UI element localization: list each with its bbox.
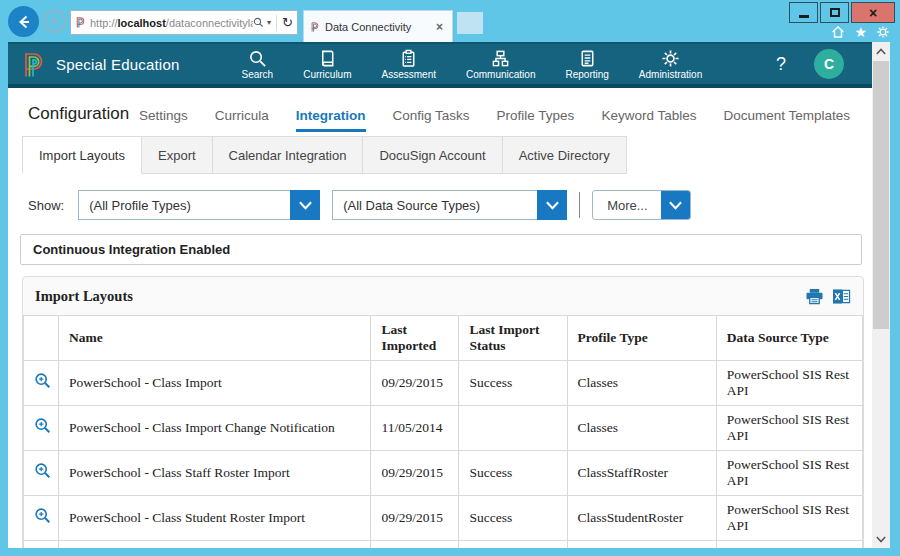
header-last-import-status: Last Import Status bbox=[459, 316, 567, 361]
maximize-button[interactable] bbox=[820, 2, 849, 23]
search-icon bbox=[248, 49, 267, 68]
scroll-up-button[interactable] bbox=[872, 42, 890, 60]
url-dropdown-caret-icon[interactable]: ▾ bbox=[267, 18, 271, 27]
window-controls: × bbox=[787, 2, 895, 23]
view-magnifier-icon[interactable] bbox=[34, 372, 52, 390]
app-title: Special Education bbox=[56, 56, 179, 73]
view-magnifier-icon[interactable] bbox=[34, 462, 52, 480]
cell-data-source-type: PowerSchool SIS Rest API bbox=[716, 541, 862, 549]
data-source-type-select[interactable]: (All Data Source Types) bbox=[332, 190, 567, 220]
tab-config-tasks[interactable]: Config Tasks bbox=[393, 108, 470, 132]
panel-actions bbox=[805, 288, 851, 305]
scrollbar-thumb[interactable] bbox=[873, 61, 889, 329]
cell-last-imported: 09/29/2015 bbox=[371, 451, 459, 496]
tab-settings[interactable]: Settings bbox=[139, 108, 188, 132]
nav-item-curriculum[interactable]: Curriculum bbox=[303, 49, 351, 80]
import-layouts-table: Name Last Imported Last Import Status Pr… bbox=[23, 315, 863, 548]
tab-integration[interactable]: Integration bbox=[296, 108, 366, 132]
cell-last-import-status bbox=[459, 406, 567, 451]
browser-forward-button[interactable] bbox=[43, 10, 66, 33]
chevron-down-icon[interactable] bbox=[661, 190, 691, 220]
back-arrow-icon bbox=[16, 14, 32, 30]
excel-export-icon[interactable] bbox=[832, 288, 851, 305]
nav-item-administration[interactable]: Administration bbox=[639, 49, 702, 80]
subtab-docusign-account[interactable]: DocuSign Account bbox=[363, 136, 502, 174]
settings-gear-icon[interactable] bbox=[876, 25, 890, 39]
new-tab-button[interactable] bbox=[457, 12, 483, 34]
nav-item-assessment[interactable]: Assessment bbox=[382, 49, 436, 80]
browser-back-button[interactable] bbox=[8, 6, 39, 37]
panel-title: Import Layouts bbox=[35, 288, 133, 305]
subtab-calendar-integration[interactable]: Calendar Integration bbox=[213, 136, 364, 174]
tab-curricula[interactable]: Curricula bbox=[215, 108, 269, 132]
tab-keyword-tables[interactable]: Keyword Tables bbox=[601, 108, 696, 132]
scroll-down-button[interactable] bbox=[872, 530, 890, 548]
browser-viewport: Special Education Search Curriculum Asse… bbox=[8, 42, 890, 548]
minimize-icon bbox=[799, 15, 809, 18]
cell-last-import-status: Success bbox=[459, 496, 567, 541]
chevron-down-icon[interactable] bbox=[290, 190, 320, 220]
favorites-star-icon[interactable]: ★ bbox=[854, 24, 867, 40]
filter-divider bbox=[579, 192, 580, 218]
profile-type-select[interactable]: (All Profile Types) bbox=[78, 190, 320, 220]
cell-name: PowerSchool - Class Import bbox=[59, 361, 371, 406]
header-last-imported: Last Imported bbox=[371, 316, 459, 361]
table-header-row: Name Last Imported Last Import Status Pr… bbox=[24, 316, 863, 361]
table-row: PowerSchool - Class Import 09/29/2015 Su… bbox=[24, 361, 863, 406]
tab-profile-types[interactable]: Profile Types bbox=[497, 108, 575, 132]
cell-profile-type bbox=[567, 541, 716, 549]
browser-titlebar: http://localhost/dataconnectivitylay ▾ ↻… bbox=[0, 0, 900, 42]
page-scrollbar[interactable] bbox=[872, 42, 890, 548]
browser-window: http://localhost/dataconnectivitylay ▾ ↻… bbox=[0, 0, 900, 556]
tab-title: Data Connectivity bbox=[325, 21, 433, 33]
subtab-active-directory[interactable]: Active Directory bbox=[503, 136, 627, 174]
subtab-export[interactable]: Export bbox=[142, 136, 213, 174]
administration-gear-icon bbox=[661, 49, 680, 68]
panel-header: Import Layouts bbox=[23, 277, 863, 315]
minimize-button[interactable] bbox=[789, 2, 818, 23]
configuration-tabs: Settings Curricula Integration Config Ta… bbox=[139, 108, 850, 132]
header-name: Name bbox=[59, 316, 371, 361]
cell-last-import-status bbox=[459, 541, 567, 549]
tab-close-icon[interactable]: × bbox=[433, 20, 446, 34]
nav-item-reporting[interactable]: Reporting bbox=[565, 49, 608, 80]
cell-data-source-type: PowerSchool SIS Rest API bbox=[716, 496, 862, 541]
header-profile-type: Profile Type bbox=[567, 316, 716, 361]
search-url-icon[interactable] bbox=[253, 17, 264, 28]
refresh-icon[interactable]: ↻ bbox=[282, 15, 293, 30]
user-avatar[interactable]: C bbox=[814, 49, 844, 79]
url-separator bbox=[276, 15, 277, 31]
table-row: PowerSchool - Class Student Roster Impor… bbox=[24, 496, 863, 541]
web-page: Special Education Search Curriculum Asse… bbox=[8, 42, 872, 548]
maximize-icon bbox=[830, 8, 840, 17]
table-row: PowerSchool - Class Import Change Notifi… bbox=[24, 406, 863, 451]
browser-tab[interactable]: Data Connectivity × bbox=[303, 10, 453, 42]
home-icon[interactable] bbox=[831, 25, 845, 39]
app-navbar: Special Education Search Curriculum Asse… bbox=[8, 42, 872, 88]
page-title: Configuration bbox=[28, 104, 129, 124]
print-icon[interactable] bbox=[805, 288, 824, 305]
nav-item-search[interactable]: Search bbox=[241, 49, 273, 80]
filter-row: Show: (All Profile Types) (All Data Sour… bbox=[8, 174, 872, 230]
help-button[interactable]: ? bbox=[776, 54, 786, 75]
cell-last-import-status: Success bbox=[459, 361, 567, 406]
subtab-import-layouts[interactable]: Import Layouts bbox=[22, 136, 142, 174]
assessment-clipboard-icon bbox=[399, 49, 418, 68]
cell-profile-type: Classes bbox=[567, 406, 716, 451]
communication-sitemap-icon bbox=[491, 49, 510, 68]
cell-last-imported: 09/29/2015 bbox=[371, 361, 459, 406]
view-magnifier-icon[interactable] bbox=[34, 507, 52, 525]
chevron-down-icon[interactable] bbox=[537, 190, 567, 220]
cell-profile-type: ClassStaffRoster bbox=[567, 451, 716, 496]
view-magnifier-icon[interactable] bbox=[34, 417, 52, 435]
cell-name: PowerSchool - Class Staff Roster Import bbox=[59, 451, 371, 496]
cell-name: PowerSchool - Class Import Change Notifi… bbox=[59, 406, 371, 451]
tab-document-templates[interactable]: Document Templates bbox=[723, 108, 850, 132]
integration-subtabs: Import Layouts Export Calendar Integrati… bbox=[8, 136, 872, 174]
nav-item-communication[interactable]: Communication bbox=[466, 49, 535, 80]
more-button[interactable]: More... bbox=[592, 190, 690, 220]
close-button[interactable]: × bbox=[851, 2, 895, 23]
address-bar[interactable]: http://localhost/dataconnectivitylay ▾ ↻ bbox=[70, 10, 298, 35]
curriculum-book-icon bbox=[318, 49, 337, 68]
cell-data-source-type: PowerSchool SIS Rest API bbox=[716, 406, 862, 451]
